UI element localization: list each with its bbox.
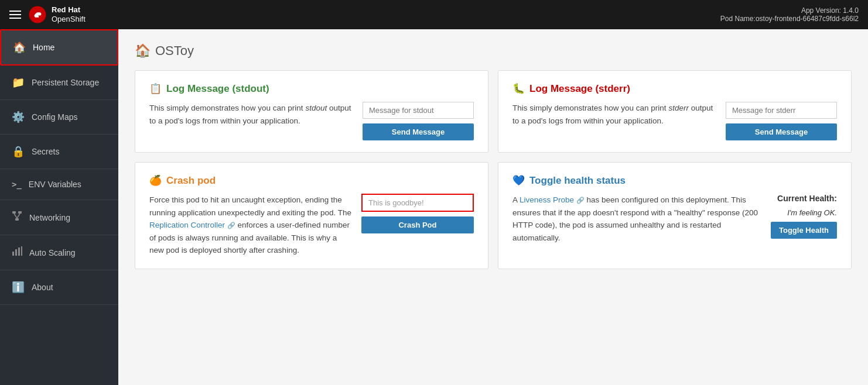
- card-crash-pod-text: Force this pod to hit an uncaught except…: [149, 194, 352, 257]
- svg-rect-6: [12, 252, 14, 256]
- card-log-stderr-title: 🐛 Log Message (stderr): [512, 82, 837, 95]
- home-icon: 🏠: [13, 41, 26, 54]
- scaling-icon: [12, 246, 22, 259]
- sidebar-label-env-variables: ENV Variables: [29, 180, 81, 189]
- sidebar-label-secrets: Secrets: [32, 147, 59, 156]
- card-log-stdout: 📋 Log Message (stdout) This simply demon…: [135, 70, 488, 153]
- stdout-message-input[interactable]: [363, 102, 474, 119]
- card-crash-pod-body: Force this pod to hit an uncaught except…: [149, 194, 474, 257]
- card-log-stderr-text: This simply demonstrates how you can pri…: [512, 102, 716, 127]
- svg-rect-7: [15, 249, 17, 256]
- current-health-status: I'm feeling OK.: [787, 208, 837, 217]
- sidebar-item-secrets[interactable]: 🔒 Secrets: [0, 135, 118, 169]
- topbar: Red Hat OpenShift App Version: 1.4.0 Pod…: [0, 0, 868, 29]
- sidebar-label-home: Home: [33, 43, 54, 52]
- svg-line-4: [14, 214, 17, 218]
- card-log-stdout-controls: Send Message: [363, 102, 474, 140]
- svg-rect-8: [18, 248, 20, 256]
- toggle-health-button[interactable]: Toggle Health: [771, 222, 837, 239]
- card-log-stderr: 🐛 Log Message (stderr) This simply demon…: [498, 70, 852, 153]
- card-log-stdout-text: This simply demonstrates how you can pri…: [149, 102, 353, 127]
- stderr-icon: 🐛: [512, 82, 525, 95]
- external-link-icon: 🔗: [227, 222, 235, 229]
- card-log-stdout-body: This simply demonstrates how you can pri…: [149, 102, 474, 140]
- cards-grid: 📋 Log Message (stdout) This simply demon…: [135, 70, 852, 269]
- sidebar: 🏠 Home 📁 Persistent Storage ⚙️ Config Ma…: [0, 29, 118, 385]
- main-content: 🏠 OSToy 📋 Log Message (stdout) This simp…: [118, 29, 868, 385]
- brand-redhat: Red Hat: [52, 5, 86, 15]
- stdout-send-button[interactable]: Send Message: [363, 123, 474, 140]
- folder-icon: 📁: [12, 76, 25, 89]
- app-info: App Version: 1.4.0 Pod Name:ostoy-fronte…: [720, 6, 859, 23]
- card-toggle-health-body: A Liveness Probe 🔗 has been configured o…: [512, 194, 837, 244]
- sidebar-item-about[interactable]: ℹ️ About: [0, 270, 118, 305]
- card-log-stderr-body: This simply demonstrates how you can pri…: [512, 102, 837, 140]
- gear-icon: ⚙️: [12, 111, 25, 123]
- sidebar-item-env-variables[interactable]: >_ ENV Variables: [0, 169, 118, 200]
- stderr-send-button[interactable]: Send Message: [726, 123, 837, 140]
- info-icon: ℹ️: [12, 281, 25, 294]
- sidebar-label-auto-scaling: Auto Scaling: [29, 248, 76, 257]
- sidebar-item-persistent-storage[interactable]: 📁 Persistent Storage: [0, 66, 118, 100]
- network-icon: [12, 211, 22, 224]
- current-health-label: Current Health:: [777, 194, 837, 203]
- card-log-stderr-controls: Send Message: [726, 102, 837, 140]
- page-title-icon: 🏠: [135, 43, 151, 59]
- brand-openshift: OpenShift: [52, 15, 86, 24]
- sidebar-label-config-maps: Config Maps: [32, 112, 78, 122]
- brand-logo: Red Hat OpenShift: [28, 5, 86, 24]
- replication-controller-link[interactable]: Replication Controller 🔗: [149, 221, 235, 229]
- external-link-icon2: 🔗: [576, 197, 585, 204]
- svg-line-5: [17, 214, 20, 218]
- page-title-text: OSToy: [155, 43, 194, 59]
- card-toggle-health: 💙 Toggle health status A Liveness Probe …: [498, 162, 852, 269]
- hamburger-menu[interactable]: [9, 11, 21, 19]
- sidebar-item-config-maps[interactable]: ⚙️ Config Maps: [0, 100, 118, 135]
- svg-rect-1: [12, 211, 16, 214]
- svg-rect-2: [18, 211, 22, 214]
- svg-rect-9: [21, 246, 22, 256]
- stdout-icon: 📋: [149, 82, 162, 95]
- sidebar-label-persistent-storage: Persistent Storage: [32, 78, 99, 87]
- card-crash-pod: 🍊 Crash pod Force this pod to hit an unc…: [135, 162, 488, 269]
- stderr-message-input[interactable]: [726, 102, 837, 119]
- sidebar-label-networking: Networking: [29, 213, 70, 222]
- sidebar-item-home[interactable]: 🏠 Home: [0, 29, 118, 66]
- crash-pod-button[interactable]: Crash Pod: [361, 216, 474, 233]
- card-log-stdout-title: 📋 Log Message (stdout): [149, 82, 474, 95]
- health-section: Current Health: I'm feeling OK. Toggle H…: [771, 194, 837, 239]
- card-toggle-health-text: A Liveness Probe 🔗 has been configured o…: [512, 194, 761, 244]
- sidebar-item-networking[interactable]: Networking: [0, 200, 118, 235]
- crash-pod-icon: 🍊: [149, 174, 162, 187]
- lock-icon: 🔒: [12, 145, 25, 158]
- page-title: 🏠 OSToy: [135, 43, 852, 59]
- crash-pod-input[interactable]: [361, 194, 474, 212]
- terminal-icon: >_: [12, 180, 22, 189]
- card-crash-pod-title: 🍊 Crash pod: [149, 174, 474, 187]
- sidebar-label-about: About: [32, 283, 53, 292]
- health-icon: 💙: [512, 174, 525, 187]
- card-crash-pod-controls: Crash Pod: [361, 194, 474, 233]
- sidebar-item-auto-scaling[interactable]: Auto Scaling: [0, 235, 118, 270]
- svg-rect-3: [15, 218, 19, 221]
- liveness-probe-link[interactable]: Liveness Probe 🔗: [520, 195, 585, 204]
- card-toggle-health-title: 💙 Toggle health status: [512, 174, 837, 187]
